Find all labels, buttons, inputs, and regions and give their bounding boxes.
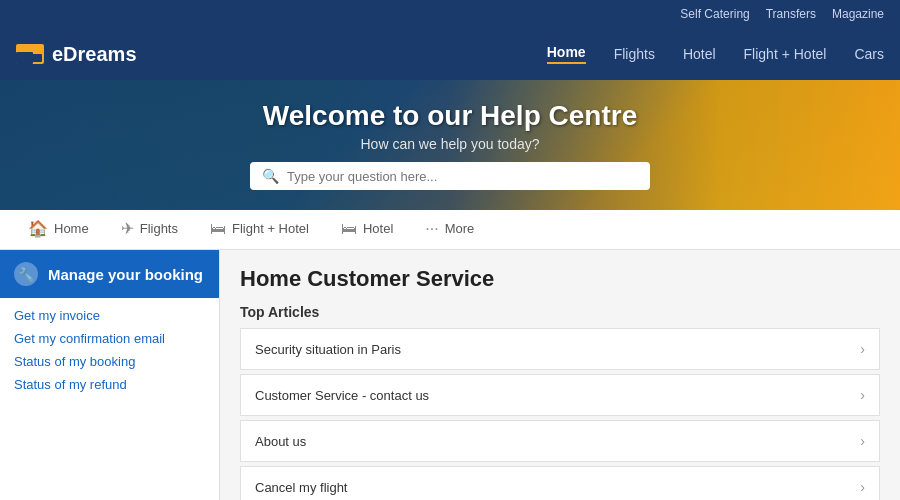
cat-item-flight-hotel[interactable]: 🛏 Flight + Hotel (194, 210, 325, 249)
manage-icon: 🔧 (14, 262, 38, 286)
cat-label-more: More (445, 221, 475, 236)
nav-link-cars[interactable]: Cars (854, 46, 884, 62)
utility-link-transfers[interactable]: Transfers (766, 7, 816, 21)
cat-label-flights: Flights (140, 221, 178, 236)
utility-bar: Self Catering Transfers Magazine (0, 0, 900, 28)
utility-link-magazine[interactable]: Magazine (832, 7, 884, 21)
sidebar-link-invoice[interactable]: Get my invoice (14, 308, 205, 323)
sidebar-link-confirmation[interactable]: Get my confirmation email (14, 331, 205, 346)
cat-label-hotel: Hotel (363, 221, 393, 236)
article-item[interactable]: Security situation in Paris › (240, 328, 880, 370)
flight-hotel-icon: 🛏 (210, 220, 226, 238)
sidebar: 🔧 Manage your booking Get my invoice Get… (0, 250, 220, 500)
utility-link-self-catering[interactable]: Self Catering (680, 7, 749, 21)
nav-link-hotel[interactable]: Hotel (683, 46, 716, 62)
nav-links: Home Flights Hotel Flight + Hotel Cars (547, 44, 884, 64)
nav-link-flights[interactable]: Flights (614, 46, 655, 62)
article-item[interactable]: Customer Service - contact us › (240, 374, 880, 416)
cat-item-home[interactable]: 🏠 Home (12, 210, 105, 249)
sidebar-manage-label: Manage your booking (48, 266, 203, 283)
sidebar-link-status-refund[interactable]: Status of my refund (14, 377, 205, 392)
flights-icon: ✈ (121, 219, 134, 238)
article-item[interactable]: Cancel my flight › (240, 466, 880, 500)
article-title-0: Security situation in Paris (255, 342, 401, 357)
chevron-right-icon: › (860, 387, 865, 403)
chevron-right-icon: › (860, 341, 865, 357)
cat-label-flight-hotel: Flight + Hotel (232, 221, 309, 236)
logo-icon (16, 44, 44, 64)
home-icon: 🏠 (28, 219, 48, 238)
article-title-1: Customer Service - contact us (255, 388, 429, 403)
main-content: Home Customer Service Top Articles Secur… (220, 250, 900, 500)
article-item[interactable]: About us › (240, 420, 880, 462)
main-heading: Home Customer Service (240, 266, 880, 292)
main-nav: eDreams Home Flights Hotel Flight + Hote… (0, 28, 900, 80)
sidebar-manage-booking[interactable]: 🔧 Manage your booking (0, 250, 219, 298)
cat-item-more[interactable]: ··· More (409, 210, 490, 249)
article-title-3: Cancel my flight (255, 480, 347, 495)
chevron-right-icon: › (860, 479, 865, 495)
hotel-icon: 🛏 (341, 220, 357, 238)
chevron-right-icon: › (860, 433, 865, 449)
logo[interactable]: eDreams (16, 43, 137, 66)
category-nav: 🏠 Home ✈ Flights 🛏 Flight + Hotel 🛏 Hote… (0, 210, 900, 250)
content-area: 🔧 Manage your booking Get my invoice Get… (0, 250, 900, 500)
cat-item-hotel[interactable]: 🛏 Hotel (325, 210, 409, 249)
cat-item-flights[interactable]: ✈ Flights (105, 210, 194, 249)
article-title-2: About us (255, 434, 306, 449)
search-icon: 🔍 (262, 168, 279, 184)
top-articles-label: Top Articles (240, 304, 880, 320)
search-bar[interactable]: 🔍 (250, 162, 650, 190)
sidebar-link-status-booking[interactable]: Status of my booking (14, 354, 205, 369)
sidebar-links: Get my invoice Get my confirmation email… (0, 298, 219, 402)
search-input[interactable] (287, 169, 638, 184)
logo-text: eDreams (52, 43, 137, 66)
hero-banner: Welcome to our Help Centre How can we he… (0, 80, 900, 210)
nav-link-flight-hotel[interactable]: Flight + Hotel (744, 46, 827, 62)
cat-label-home: Home (54, 221, 89, 236)
hero-subtitle: How can we help you today? (361, 136, 540, 152)
hero-title: Welcome to our Help Centre (263, 100, 637, 132)
nav-link-home[interactable]: Home (547, 44, 586, 64)
more-icon: ··· (425, 220, 438, 238)
